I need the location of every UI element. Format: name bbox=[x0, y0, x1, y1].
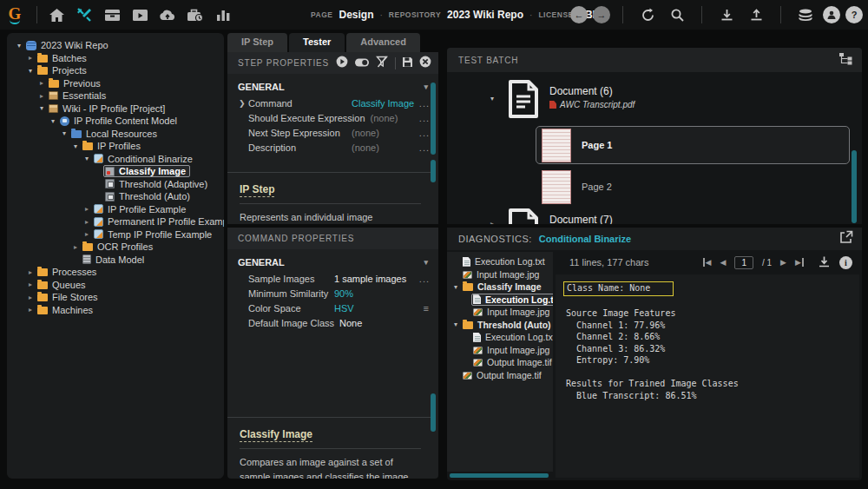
jobs-icon[interactable] bbox=[183, 3, 207, 27]
diagnostics-context-link[interactable]: Conditional Binarize bbox=[539, 234, 631, 244]
tree-item-content[interactable]: Local Resources bbox=[69, 128, 161, 140]
tree-item-content[interactable]: Output Image.tif bbox=[471, 356, 553, 368]
expand-arrow[interactable]: ▸ bbox=[25, 281, 36, 288]
tree-item[interactable]: ▸Batches bbox=[7, 52, 224, 65]
property-row[interactable]: Description(none)... bbox=[227, 140, 438, 155]
download-log-icon[interactable] bbox=[818, 255, 831, 270]
tree-item[interactable]: ▾Local Resources bbox=[7, 128, 224, 141]
tree-item-content[interactable]: Execution Log.txt bbox=[461, 255, 549, 268]
last-page-icon[interactable]: ▶ bbox=[795, 258, 804, 267]
ellipsis-button[interactable]: ... bbox=[419, 98, 430, 109]
collapse-arrow[interactable]: ▾ bbox=[487, 95, 497, 102]
ellipsis-button[interactable]: ... bbox=[419, 128, 430, 138]
tree-item-content[interactable]: 2023 Wiki Repo bbox=[24, 39, 113, 51]
forward-button[interactable]: → bbox=[593, 6, 610, 23]
collapse-arrow[interactable]: ▾ bbox=[14, 42, 24, 50]
scrollbar-thumb[interactable] bbox=[431, 83, 436, 155]
doc-title-link[interactable]: IP Step bbox=[240, 183, 274, 197]
tree-item[interactable]: ▸Temp IP Profile Example bbox=[7, 228, 224, 241]
tree-item[interactable]: Input Image.jpg bbox=[447, 306, 553, 319]
expand-arrow[interactable]: ▸ bbox=[70, 243, 81, 251]
tree-item[interactable]: ▸Machines bbox=[7, 304, 224, 317]
expand-arrow[interactable]: ▸ bbox=[82, 205, 92, 213]
collapse-arrow[interactable]: ▾ bbox=[450, 320, 461, 328]
batch-page-1[interactable]: Page 1 bbox=[536, 126, 850, 164]
ellipsis-button[interactable]: ... bbox=[419, 274, 430, 284]
tree-item-content[interactable]: Threshold (Adaptive) bbox=[103, 178, 212, 190]
tree-item[interactable]: ▾Conditional Binarize bbox=[7, 153, 224, 166]
scrollbar-thumb[interactable] bbox=[450, 473, 549, 478]
user-icon[interactable] bbox=[823, 6, 840, 23]
info-icon[interactable]: i bbox=[839, 256, 852, 269]
tree-item-content[interactable]: Classify Image bbox=[103, 165, 190, 177]
expand-arrow[interactable]: ▸ bbox=[36, 79, 47, 87]
save-icon[interactable] bbox=[402, 56, 413, 71]
tree-item-content[interactable]: OCR Profiles bbox=[81, 241, 157, 253]
prev-page-icon[interactable]: ◀ bbox=[720, 258, 726, 267]
tree-item-content[interactable]: Machines bbox=[36, 304, 97, 316]
tree-item-content[interactable]: Execution Log.txt bbox=[471, 331, 553, 343]
tree-item[interactable]: ▾Wiki - IP Profile [Project] bbox=[7, 102, 224, 116]
app-logo[interactable]: G bbox=[0, 0, 30, 30]
ellipsis-button[interactable]: ... bbox=[419, 113, 430, 123]
tree-item-content[interactable]: IP Profile Content Model bbox=[58, 115, 181, 127]
tree-item-content[interactable]: Threshold (Auto) bbox=[461, 319, 553, 331]
tree-item-content[interactable]: Output Image.tif bbox=[461, 369, 546, 381]
scrollbar-thumb[interactable] bbox=[431, 160, 436, 182]
database-icon[interactable] bbox=[793, 3, 818, 27]
property-row[interactable]: Next Step Expression(none)... bbox=[227, 125, 438, 140]
tree-item-content[interactable]: Batches bbox=[36, 52, 91, 64]
property-value[interactable]: 90% bbox=[334, 288, 353, 299]
property-value[interactable]: 1 sample images bbox=[334, 274, 406, 284]
next-page-icon[interactable]: ▶ bbox=[780, 258, 786, 267]
home-icon[interactable] bbox=[44, 3, 69, 27]
tree-item[interactable]: Output Image.tif bbox=[447, 356, 553, 369]
page-value[interactable]: Design bbox=[339, 9, 373, 21]
batches-icon[interactable] bbox=[100, 3, 124, 27]
refresh-icon[interactable] bbox=[635, 3, 660, 27]
tree-item-content[interactable]: Classify Image bbox=[461, 281, 546, 293]
property-row[interactable]: Default Image ClassNone bbox=[227, 315, 438, 330]
processes-icon[interactable] bbox=[128, 3, 152, 27]
tree-item-content[interactable]: Previous bbox=[47, 77, 105, 89]
step-general-group[interactable]: GENERAL ▾ bbox=[227, 74, 438, 95]
command-general-group[interactable]: GENERAL ▾ bbox=[227, 249, 438, 270]
tree-item-content[interactable]: Data Model bbox=[81, 254, 148, 266]
property-value[interactable]: (none) bbox=[352, 128, 379, 138]
tree-item-content[interactable]: Projects bbox=[36, 64, 91, 76]
open-external-icon[interactable] bbox=[839, 230, 853, 248]
tree-item[interactable]: ▸OCR Profiles bbox=[7, 241, 224, 254]
tree-item-content[interactable]: IP Profiles bbox=[81, 140, 145, 152]
tree-item[interactable]: ▾Projects bbox=[7, 64, 224, 77]
collapse-arrow[interactable]: ▾ bbox=[70, 142, 81, 150]
imports-icon[interactable] bbox=[155, 3, 180, 27]
tree-item-content[interactable]: Wiki - IP Profile [Project] bbox=[47, 102, 169, 115]
page-number-input[interactable]: 1 bbox=[734, 256, 753, 269]
tree-item[interactable]: ▾IP Profiles bbox=[7, 140, 224, 153]
search-icon[interactable] bbox=[665, 3, 689, 27]
tree-item-content[interactable]: Execution Log.txt bbox=[471, 294, 553, 306]
tree-item[interactable]: ▾IP Profile Content Model bbox=[7, 115, 224, 128]
property-value[interactable]: None bbox=[339, 318, 362, 328]
tree-item[interactable]: Threshold (Adaptive) bbox=[7, 178, 224, 191]
expand-arrow[interactable]: ▸ bbox=[82, 230, 92, 238]
tree-item-content[interactable]: Input Image.jpg bbox=[461, 268, 543, 281]
batch-page-2[interactable]: Page 2 bbox=[536, 168, 850, 206]
tree-item[interactable]: ▸Queues bbox=[7, 279, 224, 292]
expand-arrow[interactable]: ▸ bbox=[25, 294, 36, 301]
tree-item[interactable]: ▸Essentials bbox=[7, 89, 224, 102]
property-row[interactable]: Should Execute Expression(none)... bbox=[227, 110, 438, 125]
tree-item[interactable]: Execution Log.txt bbox=[447, 294, 553, 307]
property-row[interactable]: Color SpaceHSV≡ bbox=[227, 301, 438, 315]
expand-arrow[interactable]: ▸ bbox=[36, 92, 47, 100]
first-page-icon[interactable]: ◀ bbox=[703, 258, 712, 267]
repository-value[interactable]: 2023 Wiki Repo bbox=[447, 9, 523, 21]
expand-arrow[interactable]: ▸ bbox=[82, 218, 92, 226]
tree-item-content[interactable]: Conditional Binarize bbox=[92, 153, 197, 165]
batch-document-6[interactable]: ▾ Document (6) AWC Transcript.pdf bbox=[447, 79, 862, 122]
tree-item-content[interactable]: Queues bbox=[36, 279, 90, 291]
expand-arrow[interactable]: ▸ bbox=[487, 220, 497, 224]
property-row[interactable]: Minimum Similarity90% bbox=[227, 286, 438, 301]
collapse-arrow[interactable]: ▾ bbox=[25, 67, 36, 75]
property-value[interactable]: (none) bbox=[352, 142, 379, 153]
